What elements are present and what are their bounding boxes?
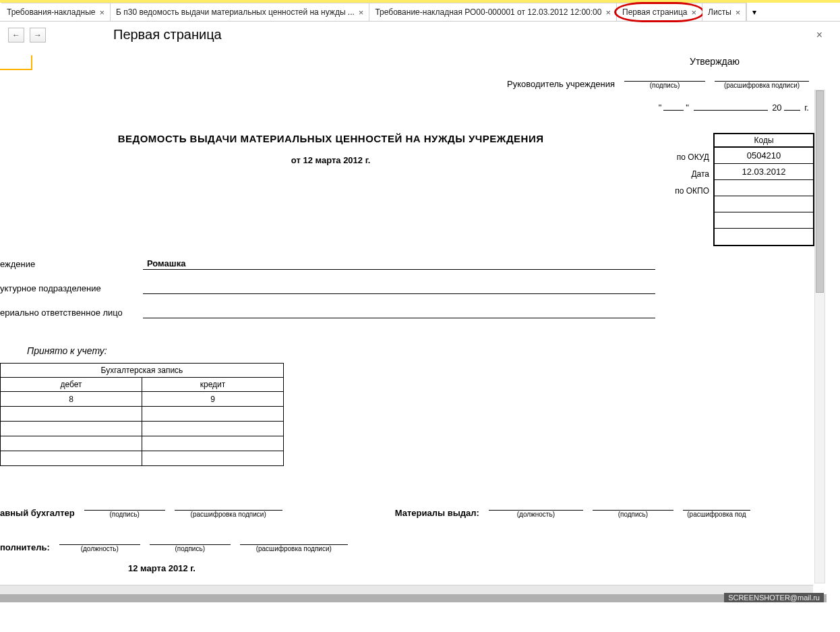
tab-label: Б п30 ведомость выдачи материальных ценн… [116,7,355,17]
okpo-value [715,180,813,196]
main-header-row: ВЕДОМОСТЬ ВЫДАЧИ МАТЕРИАЛЬНЫХ ЦЕННОСТЕЙ … [0,133,814,246]
exec-decode-field [240,534,348,545]
chief-accountant-label: авный бухгалтер [0,508,75,518]
codes-header: Коды [715,134,813,148]
okud-label: по ОКУД [675,149,713,166]
tab-sheets[interactable]: Листы × [702,3,746,21]
signature-hint: (подпись) [650,82,680,89]
vertical-scrollbar[interactable] [814,90,825,583]
document-body: Утверждаю Руководитель учреждения (подпи… [0,49,827,594]
debit-cell-5 [1,451,142,466]
leader-decode-field [715,69,809,82]
approve-date-row: "" 20 г. [0,101,814,113]
debit-cell-2 [1,407,142,422]
tab-bar: Требования-накладные × Б п30 ведомость в… [0,3,840,22]
credit-cell-4 [142,436,284,451]
page-title: Первая страница [113,27,222,42]
approve-block: Утверждаю Руководитель учреждения (подпи… [0,56,814,89]
institution-label: еждение [0,259,143,270]
tab-req-invoice[interactable]: Требование-накладная РО00-000001 от 12.0… [369,3,617,21]
tab-label: Первая страница [622,7,687,17]
okpo-label: по ОКПО [675,183,713,200]
date-year-field [784,101,800,111]
close-icon[interactable]: × [691,7,696,18]
accounting-table: Бухгалтерская запись дебет кредит 8 9 [0,363,284,466]
subdivision-value [143,293,655,294]
materials-label: Материалы выдал: [395,508,479,518]
nav-back-button[interactable]: ← [8,28,24,42]
year-prefix: 20 [772,103,781,113]
mat-decode-field [683,500,750,511]
exec-sig-field [150,534,231,545]
tab-requirements[interactable]: Требования-накладные × [1,3,111,21]
institution-value: Ромашка [143,258,655,270]
mat-sig-field [593,500,673,511]
close-icon[interactable]: × [99,7,104,18]
date-value: 12.03.2012 [715,164,813,180]
nav-row: ← → Первая страница × [0,22,840,49]
document-date: от 12 марта 2012 г. [0,155,661,165]
accepted-title: Принято к учету: [27,345,814,356]
document-area: Утверждаю Руководитель учреждения (подпи… [0,49,827,602]
watermark: SCREENSHOTER@mail.ru [724,593,824,602]
debit-cell-4 [1,436,142,451]
codes-empty-2 [715,212,813,229]
decode-hint: (расшифровка подписи) [256,545,332,552]
position-hint: (должность) [81,545,119,552]
chief-sig-field [84,500,165,511]
debit-cell-1: 8 [1,392,142,407]
tab-label: Требования-накладные [7,7,95,17]
arrow-left-icon: ← [12,30,20,40]
credit-cell-3 [142,422,284,436]
signatures-block: авный бухгалтер (подпись) (расшифровка п… [0,500,814,552]
chevron-down-icon: ▾ [752,7,756,17]
codes-labels: по ОКУД Дата по ОКПО [675,133,713,246]
signature-hint: (подпись) [109,511,139,518]
codes-box: Коды 0504210 12.03.2012 [713,133,814,246]
responsible-label: ериально ответственное лицо [0,308,143,318]
signature-hint: (подпись) [618,511,648,518]
tab-first-page[interactable]: Первая страница × [617,3,702,21]
decode-hint: (расшифровка под [687,511,746,518]
decode-hint: (расшифровка подписи) [724,82,800,89]
signature-hint: (подпись) [175,545,205,552]
tab-label: Требование-накладная РО00-000001 от 12.0… [375,7,601,17]
organization-block: еждение Ромашка уктурное подразделение е… [0,258,814,318]
credit-cell-1: 9 [142,392,284,407]
close-page-button[interactable]: × [816,29,832,41]
leader-signature-field [624,69,705,82]
close-icon[interactable]: × [605,7,611,18]
document-title: ВЕДОМОСТЬ ВЫДАЧИ МАТЕРИАЛЬНЫХ ЦЕННОСТЕЙ … [0,133,661,144]
horizontal-scrollbar[interactable] [0,585,813,594]
close-icon[interactable]: × [359,7,364,18]
tabs-overflow-button[interactable]: ▾ [746,3,762,21]
date-day-field [663,101,684,111]
credit-cell-2 [142,407,284,422]
exec-position-field [59,534,140,545]
debit-header: дебет [1,378,142,392]
scrollbar-thumb[interactable] [816,90,824,293]
subdivision-label: уктурное подразделение [0,283,143,294]
leader-label: Руководитель учреждения [507,79,615,89]
tab-label: Листы [708,7,731,17]
close-icon[interactable]: × [736,7,741,18]
footer-date: 12 марта 2012 г. [128,563,814,573]
date-month-field [694,101,768,111]
codes-empty-1 [715,196,813,212]
mat-position-field [489,500,583,511]
executor-label: полнитель: [0,542,50,552]
tab-bp30[interactable]: Б п30 ведомость выдачи материальных ценн… [111,3,369,21]
decode-hint: (расшифровка подписи) [191,511,266,518]
credit-cell-5 [142,451,284,466]
okud-value: 0504210 [715,148,813,164]
date-label: Дата [675,166,713,183]
bottom-bar [0,594,827,602]
codes-empty-3 [715,229,813,245]
responsible-value [143,317,655,318]
nav-forward-button[interactable]: → [30,28,46,42]
chief-decode-field [175,500,282,511]
position-hint: (должность) [517,511,555,518]
year-unit: г. [804,103,809,113]
approve-title: Утверждаю [620,56,809,67]
acct-header: Бухгалтерская запись [1,364,284,378]
